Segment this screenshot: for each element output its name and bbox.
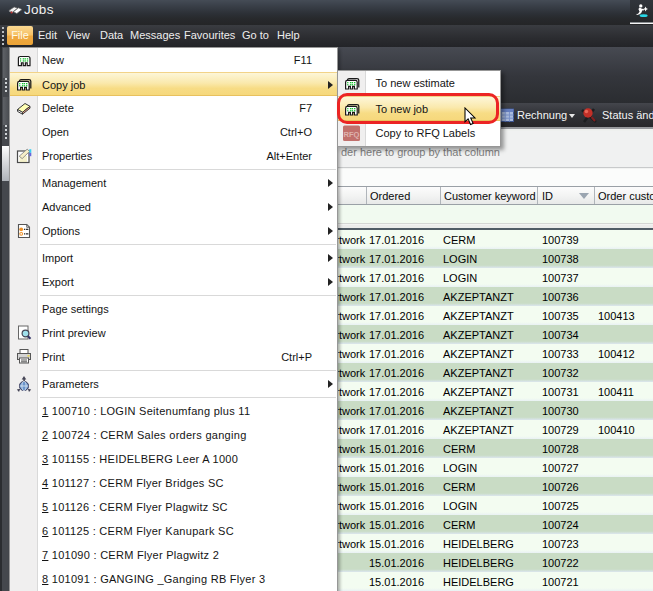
svg-text:RFQ: RFQ xyxy=(343,129,359,138)
